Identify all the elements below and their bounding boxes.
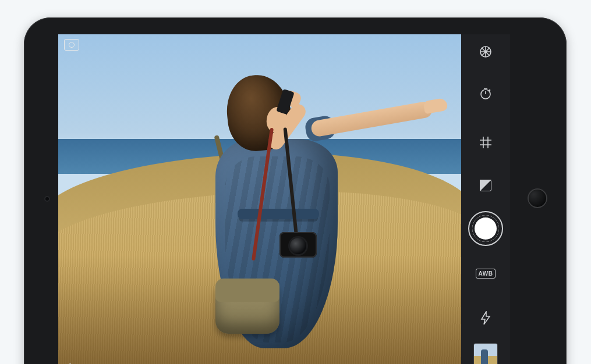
thumbnail-subject [481, 349, 488, 364]
grid-button[interactable] [461, 118, 510, 167]
format-button[interactable] [461, 34, 510, 69]
app-screen: AWB [58, 34, 510, 364]
home-button[interactable] [528, 188, 547, 208]
camera-controls-rail: AWB [461, 34, 510, 364]
scene-subject [192, 75, 378, 364]
aperture-icon [478, 44, 493, 59]
timer-button[interactable] [461, 69, 510, 118]
camera-viewfinder[interactable] [58, 34, 461, 364]
svg-point-2 [489, 90, 491, 91]
grid-icon [479, 136, 492, 149]
timer-icon [479, 87, 493, 101]
white-balance-button[interactable]: AWB [461, 253, 510, 294]
white-balance-label: AWB [476, 269, 496, 279]
stage: AWB [0, 0, 591, 364]
shutter-button[interactable] [461, 204, 510, 253]
exposure-button[interactable] [461, 167, 510, 204]
flash-button[interactable] [461, 294, 510, 342]
exposure-icon [480, 180, 491, 191]
front-camera [45, 197, 49, 201]
camera-mode-icon[interactable] [64, 39, 79, 51]
flash-icon [480, 311, 491, 325]
last-photo-thumbnail[interactable] [474, 344, 497, 364]
shutter-ring-icon [468, 211, 503, 246]
